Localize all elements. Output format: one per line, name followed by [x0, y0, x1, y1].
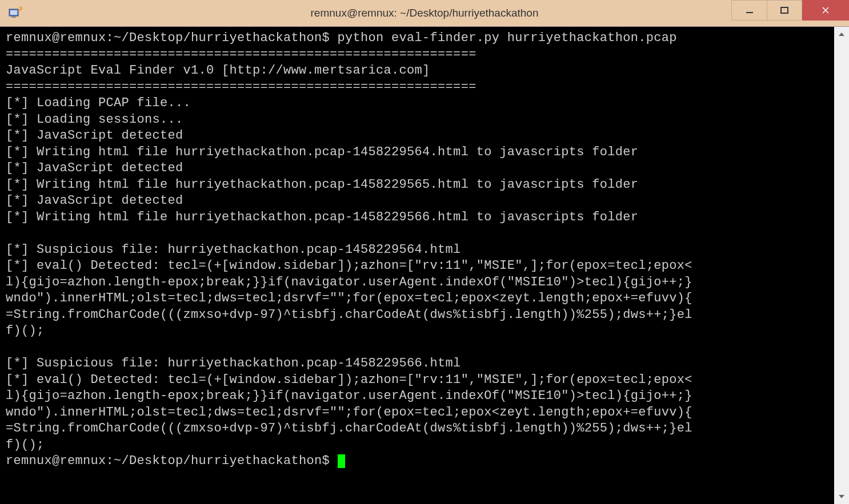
- terminal-content[interactable]: remnux@remnux:~/Desktop/hurriyethackatho…: [0, 27, 834, 504]
- minimize-button[interactable]: [731, 0, 767, 21]
- terminal-line: [*] Writing html file hurriyethackathon.…: [6, 210, 638, 224]
- terminal-line: [*] JavaScript detected: [6, 193, 183, 208]
- window-controls: [731, 0, 849, 22]
- terminal-line: wndo").innerHTML;olst=tecl;dws=tecl;dsrv…: [6, 405, 692, 420]
- scroll-down-arrow-icon[interactable]: [834, 489, 849, 504]
- cursor: [338, 454, 345, 468]
- terminal-line: [*] Suspicious file: hurriyethackathon.p…: [6, 356, 461, 370]
- terminal-window: remnux@remnux: ~/Desktop/hurriyethackath…: [0, 0, 849, 504]
- svg-rect-1: [10, 10, 17, 15]
- terminal-line: [*] Suspicious file: hurriyethackathon.p…: [6, 243, 461, 257]
- terminal-line: l){gijo=azhon.length-epox;break;}}if(nav…: [6, 275, 692, 289]
- terminal-line: =String.fromCharCode(((zmxso+dvp-97)^tis…: [6, 421, 692, 436]
- terminal-prompt: remnux@remnux:~/Desktop/hurriyethackatho…: [6, 454, 338, 468]
- svg-rect-4: [781, 7, 788, 13]
- terminal-line: f)();: [6, 324, 45, 338]
- terminal-line: [*] JavaScript detected: [6, 161, 183, 175]
- terminal-line: [*] eval() Detected: tecl=(+[window.side…: [6, 373, 692, 387]
- terminal-line: remnux@remnux:~/Desktop/hurriyethackatho…: [6, 31, 677, 45]
- terminal-line: wndo").innerHTML;olst=tecl;dws=tecl;dsrv…: [6, 291, 692, 305]
- terminal-line: =String.fromCharCode(((zmxso+dvp-97)^tis…: [6, 308, 692, 322]
- scroll-track[interactable]: [834, 42, 849, 489]
- putty-icon: [7, 5, 24, 22]
- terminal-area: remnux@remnux:~/Desktop/hurriyethackatho…: [0, 26, 849, 504]
- terminal-line: ========================================…: [6, 47, 476, 62]
- close-button[interactable]: [802, 0, 849, 21]
- terminal-line: [*] eval() Detected: tecl=(+[window.side…: [6, 259, 692, 273]
- terminal-line: l){gijo=azhon.length-epox;break;}}if(nav…: [6, 389, 692, 403]
- titlebar[interactable]: remnux@remnux: ~/Desktop/hurriyethackath…: [0, 0, 849, 26]
- terminal-line: [*] JavaScript detected: [6, 128, 183, 143]
- scrollbar[interactable]: [834, 27, 849, 504]
- terminal-line: JavaScript Eval Finder v1.0 [http://www.…: [6, 63, 430, 78]
- terminal-line: ========================================…: [6, 80, 476, 94]
- svg-rect-2: [11, 16, 16, 18]
- maximize-button[interactable]: [767, 0, 802, 21]
- terminal-line: [*] Loading PCAP file...: [6, 96, 191, 110]
- scroll-up-arrow-icon[interactable]: [834, 27, 849, 42]
- terminal-line: f)();: [6, 438, 45, 452]
- terminal-line: [*] Writing html file hurriyethackathon.…: [6, 145, 638, 159]
- window-title: remnux@remnux: ~/Desktop/hurriyethackath…: [311, 7, 539, 19]
- terminal-line: [*] Loading sessions...: [6, 112, 183, 127]
- terminal-line: [*] Writing html file hurriyethackathon.…: [6, 178, 638, 192]
